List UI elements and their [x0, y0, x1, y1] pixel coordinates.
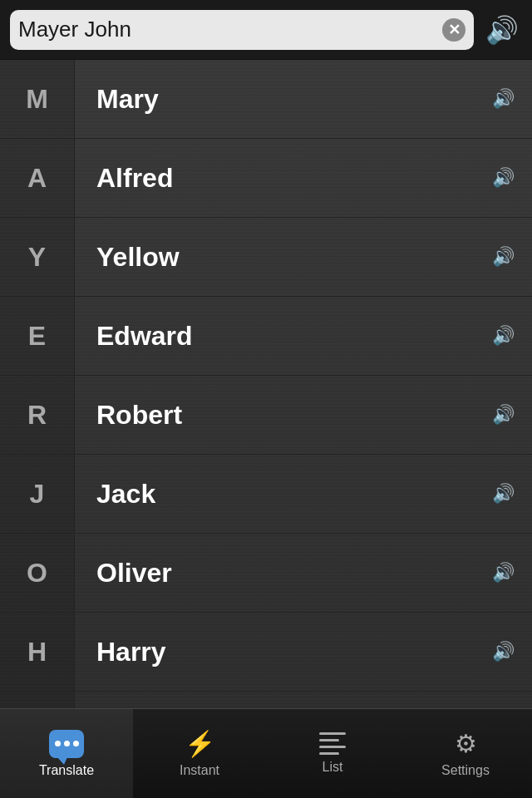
word-list: M Mary 🔊 A Alfred 🔊 Y Yellow 🔊 E Edward …	[0, 60, 532, 768]
list-item: H Harry 🔊	[0, 613, 532, 692]
word-name: Oliver	[75, 558, 474, 589]
row-speaker-button[interactable]: 🔊	[474, 167, 532, 189]
tab-bar: Translate ⚡ Instant List ⚙ Settings	[0, 708, 532, 798]
list-item: M Mary 🔊	[0, 60, 532, 139]
search-input[interactable]: Mayer John	[18, 17, 442, 42]
row-speaker-button[interactable]: 🔊	[474, 88, 532, 110]
letter-indicator: H	[0, 613, 75, 691]
row-speaker-button[interactable]: 🔊	[474, 483, 532, 505]
list-item: E Edward 🔊	[0, 297, 532, 376]
tab-instant[interactable]: ⚡ Instant	[133, 709, 266, 798]
list-item: R Robert 🔊	[0, 376, 532, 455]
tab-list-label: List	[323, 760, 343, 775]
row-speaker-icon: 🔊	[492, 562, 515, 584]
tab-translate[interactable]: Translate	[0, 709, 133, 798]
row-speaker-icon: 🔊	[492, 404, 515, 426]
row-speaker-button[interactable]: 🔊	[474, 246, 532, 268]
tab-settings[interactable]: ⚙ Settings	[399, 709, 532, 798]
word-name: Alfred	[75, 163, 474, 194]
row-speaker-button[interactable]: 🔊	[474, 404, 532, 426]
tab-list[interactable]: List	[266, 709, 399, 798]
row-speaker-icon: 🔊	[492, 167, 515, 189]
lightning-icon: ⚡	[185, 729, 215, 758]
gear-icon: ⚙	[455, 729, 477, 758]
letter-indicator: E	[0, 297, 75, 375]
list-item: O Oliver 🔊	[0, 534, 532, 613]
search-input-wrapper: Mayer John ✕	[10, 10, 474, 50]
letter-indicator: A	[0, 139, 75, 217]
list-item: A Alfred 🔊	[0, 139, 532, 218]
row-speaker-icon: 🔊	[492, 88, 515, 110]
row-speaker-button[interactable]: 🔊	[474, 562, 532, 584]
row-speaker-icon: 🔊	[492, 325, 515, 347]
word-name: Jack	[75, 479, 474, 510]
row-speaker-icon: 🔊	[492, 483, 515, 505]
clear-button[interactable]: ✕	[442, 18, 466, 42]
list-icon	[319, 732, 346, 755]
word-name: Yellow	[75, 242, 474, 273]
tab-translate-label: Translate	[39, 763, 94, 778]
word-name: Edward	[75, 321, 474, 352]
row-speaker-icon: 🔊	[492, 641, 515, 663]
translate-icon	[49, 730, 84, 758]
letter-indicator: R	[0, 376, 75, 454]
tab-instant-label: Instant	[180, 763, 219, 778]
word-name: Robert	[75, 400, 474, 431]
letter-indicator: Y	[0, 218, 75, 296]
word-name: Harry	[75, 637, 474, 667]
row-speaker-button[interactable]: 🔊	[474, 325, 532, 347]
row-speaker-icon: 🔊	[492, 246, 515, 268]
row-speaker-button[interactable]: 🔊	[474, 641, 532, 663]
tab-settings-label: Settings	[441, 763, 490, 778]
letter-indicator: M	[0, 60, 75, 138]
letter-indicator: J	[0, 455, 75, 533]
list-item: Y Yellow 🔊	[0, 218, 532, 297]
letter-indicator: O	[0, 534, 75, 612]
speaker-icon: 🔊	[485, 14, 519, 46]
speaker-button[interactable]: 🔊	[482, 10, 522, 50]
search-bar: Mayer John ✕ 🔊	[0, 0, 532, 60]
list-item: J Jack 🔊	[0, 455, 532, 534]
word-name: Mary	[75, 84, 474, 115]
